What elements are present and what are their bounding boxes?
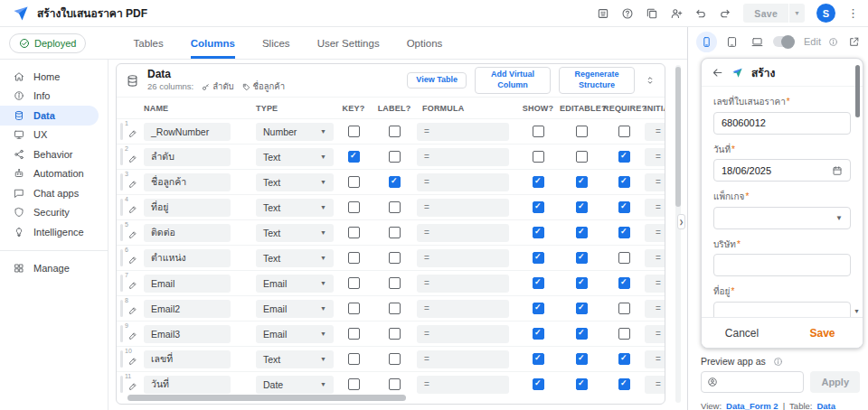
edit-toggle[interactable] [773,36,794,47]
formula-input[interactable]: = [417,148,509,166]
label-checkbox[interactable] [389,328,401,340]
edit-column-icon[interactable] [128,256,137,265]
copy-pages-icon[interactable] [646,7,658,20]
require-checkbox[interactable] [618,378,630,390]
field-input[interactable]: ▼ [713,207,851,229]
require-checkbox[interactable] [618,151,630,163]
add-user-icon[interactable] [670,7,683,20]
initial-value-input[interactable]: = [645,123,665,141]
edit-info-icon[interactable] [828,37,838,47]
require-checkbox[interactable] [618,303,630,314]
deployed-badge[interactable]: Deployed [9,33,86,53]
label-column-badge[interactable]: ชื่อลูกค้า [242,82,285,92]
sidebar-item-chat-apps[interactable]: Chat apps [0,183,108,203]
sidebar-item-data[interactable]: Data [0,106,99,126]
initial-value-input[interactable]: = [645,376,665,394]
column-name-input[interactable]: วันที่ [144,376,231,394]
form-save-button[interactable]: Save [782,327,863,340]
row-handle[interactable]: 10 [117,347,144,371]
require-checkbox[interactable] [618,353,630,365]
field-input[interactable]: 68060012 [713,112,851,135]
column-name-input[interactable]: ลำดับ [144,148,231,166]
show-checkbox[interactable] [533,277,544,289]
require-checkbox[interactable] [618,277,630,289]
tab-user-settings[interactable]: User Settings [317,27,380,59]
edit-column-icon[interactable] [128,205,137,214]
row-handle[interactable]: 2 [117,144,144,169]
formula-input[interactable]: = [417,123,509,141]
editable-checkbox[interactable] [576,277,588,289]
sidebar-item-security[interactable]: Security [0,203,108,223]
table-link[interactable]: Data [816,401,835,410]
editable-checkbox[interactable] [576,303,588,314]
label-checkbox[interactable] [389,126,401,137]
row-handle[interactable]: 5 [117,220,144,245]
row-handle[interactable]: 1 [117,119,144,144]
apps-grid-icon[interactable] [597,7,609,20]
editable-checkbox[interactable] [576,353,588,365]
column-type-select[interactable]: Date▼ [256,376,334,394]
tablet-preview-button[interactable] [722,32,742,52]
form-cancel-button[interactable]: Cancel [702,327,782,340]
horizontal-scrollbar-thumb[interactable] [127,395,406,401]
sidebar-item-intelligence[interactable]: Intelligence [0,222,108,242]
column-type-select[interactable]: Text▼ [256,249,334,267]
sidebar-item-info[interactable]: Info [0,87,108,107]
open-in-new-icon[interactable] [848,36,860,48]
show-checkbox[interactable] [533,328,544,340]
editable-checkbox[interactable] [576,176,588,188]
formula-input[interactable]: = [417,173,509,191]
calendar-icon[interactable] [832,165,843,176]
initial-value-input[interactable]: = [645,173,665,191]
view-link[interactable]: Data_Form 2 [726,401,778,410]
column-name-input[interactable]: _RowNumber [144,123,231,141]
require-checkbox[interactable] [618,328,630,340]
unfold-more-icon[interactable] [645,75,656,86]
show-checkbox[interactable] [533,227,544,238]
phone-preview-button[interactable] [696,32,717,52]
key-checkbox[interactable] [348,126,360,137]
sidebar-item-home[interactable]: Home [0,67,108,87]
formula-input[interactable]: = [417,249,509,267]
apply-button[interactable]: Apply [810,371,860,393]
edit-column-icon[interactable] [128,331,137,340]
column-type-select[interactable]: Text▼ [256,148,334,166]
field-input[interactable] [713,254,851,276]
column-type-select[interactable]: Text▼ [256,350,334,368]
formula-input[interactable]: = [417,300,509,318]
redo-icon[interactable] [719,7,731,20]
label-checkbox[interactable] [389,303,401,314]
editable-checkbox[interactable] [576,378,588,390]
show-checkbox[interactable] [533,176,544,188]
edit-column-icon[interactable] [128,357,137,366]
require-checkbox[interactable] [618,252,630,264]
column-name-input[interactable]: Email [144,275,231,293]
tab-columns[interactable]: Columns [191,27,235,59]
row-handle[interactable]: 4 [117,195,144,219]
editable-checkbox[interactable] [576,328,588,340]
editable-checkbox[interactable] [576,151,588,163]
column-name-input[interactable]: ชื่อลูกค้า [144,173,231,191]
key-checkbox[interactable] [348,303,360,314]
key-checkbox[interactable] [348,328,360,340]
field-input[interactable] [713,302,851,318]
column-name-input[interactable]: Email3 [144,325,231,343]
show-checkbox[interactable] [533,378,544,390]
edit-column-icon[interactable] [128,382,137,391]
show-checkbox[interactable] [533,201,544,213]
edit-column-icon[interactable] [128,230,137,239]
back-arrow-icon[interactable] [712,67,723,79]
show-checkbox[interactable] [533,126,544,137]
key-checkbox[interactable] [348,378,360,390]
edit-column-icon[interactable] [128,306,137,315]
key-checkbox[interactable] [348,277,360,289]
tab-tables[interactable]: Tables [133,27,163,59]
save-button[interactable]: Save ▼ [743,4,805,23]
initial-value-input[interactable]: = [645,275,665,293]
initial-value-input[interactable]: = [645,199,665,217]
key-checkbox[interactable] [348,252,360,264]
form-scroll-down-icon[interactable]: ▼ [854,308,860,314]
formula-input[interactable]: = [417,350,509,368]
editable-checkbox[interactable] [576,126,588,137]
initial-value-input[interactable]: = [645,325,665,343]
